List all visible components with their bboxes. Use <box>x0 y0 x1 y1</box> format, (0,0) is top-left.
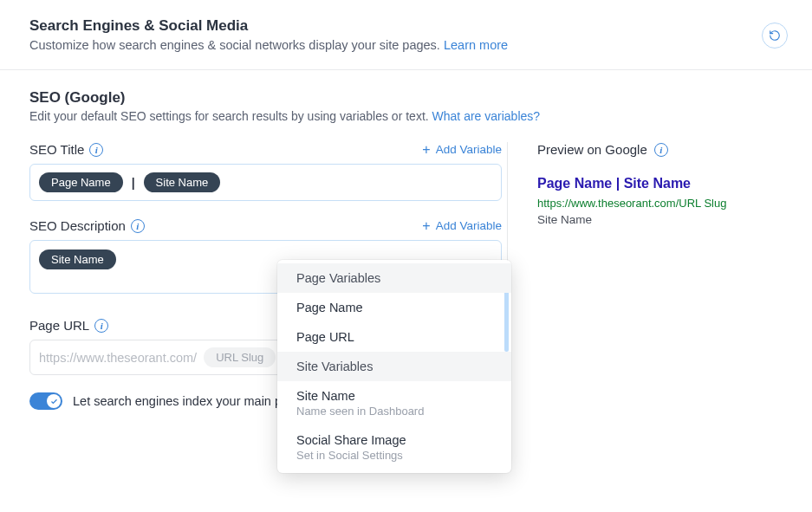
dropdown-header-site: Site Variables <box>277 352 511 381</box>
variable-pill[interactable]: Site Name <box>144 172 221 192</box>
dropdown-item-label: Site Name <box>296 389 492 403</box>
add-variable-label: Add Variable <box>436 219 502 232</box>
seo-title-input[interactable]: Page Name | Site Name <box>29 164 502 201</box>
page-header: Search Engines & Social Media Customize … <box>0 0 812 70</box>
preview-heading: Preview on Google i <box>537 142 788 157</box>
dropdown-item-page-url[interactable]: Page URL <box>277 322 511 352</box>
learn-more-link[interactable]: Learn more <box>444 38 508 52</box>
dropdown-item-sublabel: Set in Social Settings <box>296 449 492 462</box>
info-icon[interactable]: i <box>131 219 145 233</box>
page-subtitle-text: Customize how search engines & social ne… <box>29 38 444 52</box>
what-are-variables-link[interactable]: What are variables? <box>432 109 541 123</box>
seo-section-subtitle: Edit your default SEO settings for searc… <box>29 109 788 123</box>
preview-heading-text: Preview on Google <box>537 142 647 157</box>
content-area: SEO (Google) Edit your default SEO setti… <box>0 70 812 410</box>
url-slug-pill: URL Slug <box>204 347 276 367</box>
plus-icon: + <box>422 143 430 157</box>
page-url-label: Page URL i <box>29 318 108 333</box>
add-variable-seo-desc[interactable]: + Add Variable <box>422 219 502 233</box>
seo-title-label-text: SEO Title <box>29 142 84 157</box>
dropdown-item-label: Social Share Image <box>296 433 492 447</box>
info-icon[interactable]: i <box>94 319 108 333</box>
seo-subtitle-text: Edit your default SEO settings for searc… <box>29 109 432 123</box>
page-url-base: https://www.theseorant.com/ <box>39 351 197 365</box>
dropdown-item-social-share[interactable]: Social Share Image Set in Social Setting… <box>277 425 511 470</box>
seo-description-label-text: SEO Description <box>29 218 126 233</box>
preview-column: Preview on Google i Page Name | Site Nam… <box>537 142 788 410</box>
plus-icon: + <box>422 219 430 233</box>
refresh-icon <box>769 29 781 42</box>
variable-pill[interactable]: Site Name <box>39 250 116 269</box>
seo-description-label: SEO Description i <box>29 218 145 233</box>
info-icon[interactable]: i <box>654 143 668 157</box>
seo-section-title: SEO (Google) <box>29 89 788 107</box>
refresh-button[interactable] <box>762 23 788 49</box>
google-preview-description: Site Name <box>537 213 788 226</box>
dropdown-header-page: Page Variables <box>277 263 511 293</box>
page-title: Search Engines & Social Media <box>29 17 762 35</box>
page-url-label-text: Page URL <box>29 318 89 333</box>
add-variable-label: Add Variable <box>436 143 502 156</box>
add-variable-seo-title[interactable]: + Add Variable <box>422 143 502 157</box>
info-icon[interactable]: i <box>89 143 103 157</box>
google-preview-card: Page Name | Site Name https://www.theseo… <box>537 176 788 226</box>
dropdown-item-page-name[interactable]: Page Name <box>277 293 511 322</box>
dropdown-item-site-name[interactable]: Site Name Name seen in Dashboard <box>277 381 511 425</box>
google-preview-url: https://www.theseorant.com/URL Slug <box>537 197 788 210</box>
index-toggle-label: Let search engines index your main pages <box>73 394 309 408</box>
page-subtitle: Customize how search engines & social ne… <box>29 38 762 52</box>
check-icon <box>50 398 58 405</box>
google-preview-title: Page Name | Site Name <box>537 176 788 191</box>
toggle-knob <box>47 394 61 408</box>
pill-separator: | <box>130 176 137 190</box>
page-header-text: Search Engines & Social Media Customize … <box>29 17 762 52</box>
index-toggle[interactable] <box>29 392 62 410</box>
variable-pill[interactable]: Page Name <box>39 172 123 192</box>
seo-title-label: SEO Title i <box>29 142 103 157</box>
seo-title-field: SEO Title i + Add Variable Page Name | S… <box>29 142 502 201</box>
dropdown-item-sublabel: Name seen in Dashboard <box>296 405 492 418</box>
variable-dropdown[interactable]: Page Variables Page Name Page URL Site V… <box>277 260 511 473</box>
